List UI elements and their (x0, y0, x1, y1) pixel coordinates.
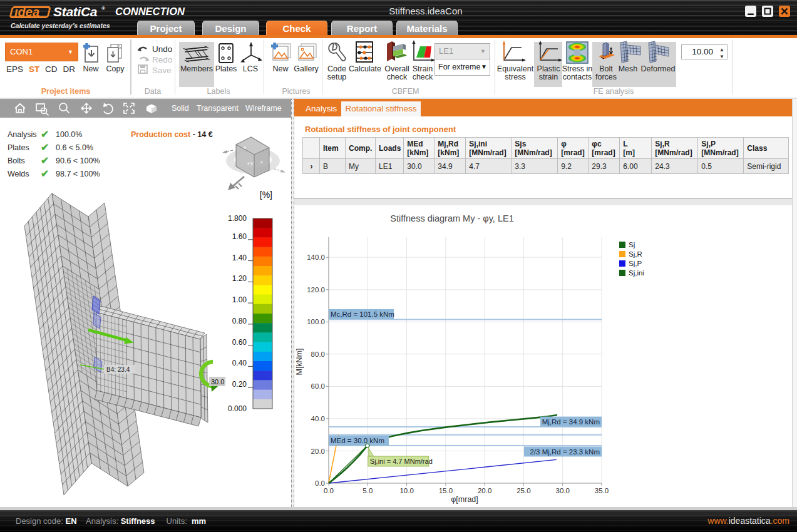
svg-text:x: x (244, 145, 246, 150)
svg-text:[%]: [%] (260, 190, 272, 200)
svg-text:20.0: 20.0 (478, 487, 491, 494)
svg-text:0.80: 0.80 (232, 317, 247, 325)
svg-text:Sj,ini = 4.7 MNm/rad: Sj,ini = 4.7 MNm/rad (370, 458, 433, 465)
svg-text:1.800: 1.800 (228, 214, 247, 223)
svg-text:25.0: 25.0 (517, 487, 530, 494)
svg-text:Sj,ini: Sj,ini (629, 269, 644, 277)
svg-text:5.0: 5.0 (363, 487, 373, 494)
svg-text:M[kNm]: M[kNm] (295, 348, 304, 375)
svg-text:140.0: 140.0 (307, 253, 325, 261)
svg-text:Calculate yesterday’s estimate: Calculate yesterday’s estimates (11, 22, 110, 29)
svg-text:30.0: 30.0 (556, 487, 570, 494)
svg-text:Wireframe: Wireframe (245, 104, 282, 113)
svg-text:+Y: +Y (247, 161, 254, 167)
svg-text:CONNECTION: CONNECTION (115, 6, 185, 17)
svg-text:40.0: 40.0 (311, 415, 325, 422)
svg-text:1.40: 1.40 (232, 253, 247, 262)
svg-text:2/3 Mj,Rd = 23.3 kNm: 2/3 Mj,Rd = 23.3 kNm (530, 448, 600, 456)
svg-text:B4: 23.4: B4: 23.4 (106, 366, 130, 373)
svg-text:0.000: 0.000 (228, 404, 247, 413)
svg-text:Mc,Rd = 101.5 kNm: Mc,Rd = 101.5 kNm (331, 310, 394, 318)
svg-text:0.0: 0.0 (324, 487, 334, 494)
svg-text:z: z (260, 159, 263, 165)
svg-text:0.40: 0.40 (232, 359, 247, 367)
svg-text:1.20: 1.20 (232, 274, 247, 283)
svg-text:80.0: 80.0 (311, 350, 325, 358)
svg-text:Stiffness diagram My - φy, LE1: Stiffness diagram My - φy, LE1 (390, 213, 513, 223)
svg-text:StatiCa: StatiCa (53, 4, 98, 19)
svg-text:100.0: 100.0 (307, 318, 325, 325)
svg-text:Sj,R: Sj,R (629, 250, 642, 258)
svg-text:1.00: 1.00 (232, 295, 247, 304)
svg-text:Sj: Sj (629, 241, 635, 248)
svg-text:MEd = 30.0 kNm: MEd = 30.0 kNm (331, 437, 384, 444)
svg-text:idea: idea (14, 5, 39, 19)
svg-text:120.0: 120.0 (307, 286, 325, 294)
svg-text:35.0: 35.0 (595, 487, 609, 494)
svg-text:10.0: 10.0 (399, 487, 413, 494)
svg-text:0.0: 0.0 (315, 479, 325, 487)
svg-text:20.0: 20.0 (311, 448, 325, 455)
svg-text:0.20: 0.20 (232, 380, 247, 389)
svg-text:0.60: 0.60 (232, 338, 247, 347)
svg-text:15.0: 15.0 (439, 487, 453, 494)
svg-text:®: ® (101, 6, 105, 11)
svg-text:Sj,P: Sj,P (629, 260, 642, 267)
svg-text:60.0: 60.0 (311, 382, 325, 390)
svg-text:1.60: 1.60 (232, 232, 247, 241)
svg-text:φ[mrad]: φ[mrad] (451, 495, 478, 504)
svg-text:Mj,Rd = 34.9 kNm: Mj,Rd = 34.9 kNm (542, 418, 600, 426)
svg-text:30.0: 30.0 (211, 378, 224, 386)
svg-text:Transparent: Transparent (197, 104, 239, 113)
svg-text:Solid: Solid (172, 104, 189, 113)
